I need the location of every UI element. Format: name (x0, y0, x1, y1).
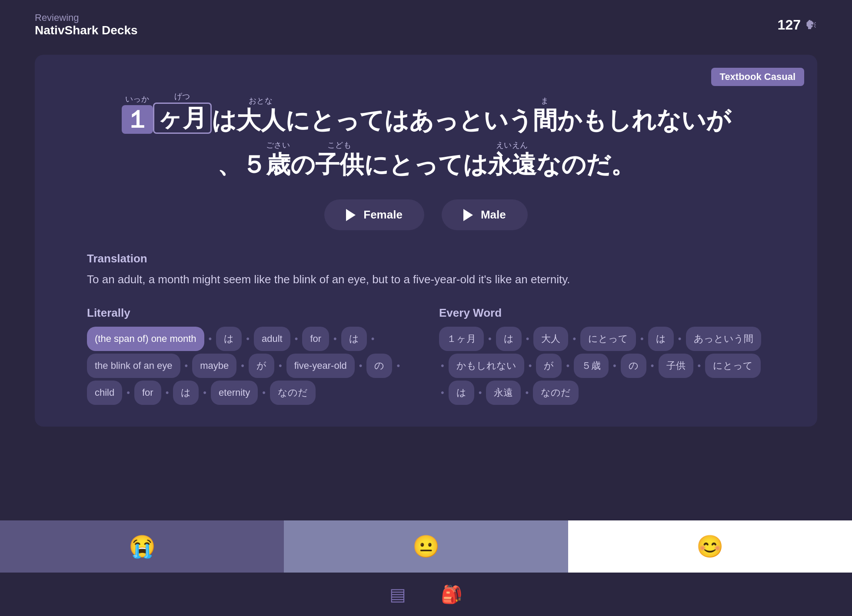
kanji-otona: 大人 (236, 107, 285, 134)
ew-dot6: • (439, 356, 446, 375)
streak-icon: 🗣 (805, 18, 817, 32)
every-word-col: Every Word １ヶ月 • は • 大人 • にとって • は • あっと… (439, 306, 765, 405)
ew-nitotte2: にとって (705, 354, 761, 378)
chip-ga1: が (249, 354, 274, 378)
kanji-5: ５ (242, 151, 266, 178)
ew-dot13: • (477, 383, 484, 402)
reviewing-label: Reviewing (35, 12, 138, 23)
dot6: • (183, 356, 190, 375)
translation-section: Translation To an adult, a month might s… (61, 239, 791, 298)
kanji-nanoda: なのだ。 (536, 151, 635, 178)
header-left: Reviewing NativShark Decks (35, 12, 138, 37)
play-icon-female (346, 209, 356, 221)
ew-nanoda: なのだ (533, 381, 579, 405)
streak-count: 127 (778, 17, 801, 33)
ew-ha1: は (496, 327, 522, 351)
ew-otona: 大人 (533, 327, 568, 351)
translation-title: Translation (87, 252, 765, 265)
female-audio-button[interactable]: Female (324, 199, 424, 230)
dot13: • (201, 383, 208, 402)
dot7: • (239, 356, 246, 375)
dot11: • (125, 383, 132, 402)
ew-dot4: • (639, 329, 646, 348)
word-no: の (290, 138, 315, 178)
ew-dot10: • (649, 356, 656, 375)
ew-nitotte1: にとって (580, 327, 636, 351)
word-sai: ごさい 歳 (266, 138, 290, 178)
study-icon[interactable]: 🎒 (441, 584, 463, 605)
decks-icon[interactable]: ▤ (389, 584, 406, 604)
hard-emoji: 😭 (129, 534, 156, 559)
sentence-line2: 、 ５ ごさい 歳 の こども (87, 138, 765, 178)
every-word-chips: １ヶ月 • は • 大人 • にとって • は • あっという間 • かもしれな… (439, 327, 765, 405)
word-nitotte1: にとっては (285, 94, 409, 134)
kanji-comma: 、 (217, 151, 242, 178)
kanji-ma: 間 (533, 107, 557, 134)
header-right: 127 🗣 (778, 17, 817, 33)
word-attoiu: あっという (409, 94, 533, 134)
translation-text: To an adult, a month might seem like the… (87, 271, 765, 289)
word-eien: えいえん 永遠 (488, 138, 536, 178)
word-gekku: げつ ヶ月 (153, 89, 212, 134)
ew-dot7: • (527, 356, 534, 375)
ew-dot12: • (439, 383, 446, 402)
word-comma: 、 (217, 138, 242, 178)
dot14: • (260, 383, 267, 402)
dot9: • (357, 356, 364, 375)
word-nitotte2: にとっては (364, 138, 488, 178)
dot5: • (369, 329, 376, 348)
sentence-line1: いっか １ げつ ヶ月 は おとな 大人 (87, 89, 765, 134)
ew-dot1: • (486, 329, 493, 348)
ew-dot8: • (564, 356, 571, 375)
word-kodomo: こども 子供 (315, 138, 364, 178)
kanji-1: １ (122, 105, 153, 134)
header: Reviewing NativShark Decks 127 🗣 (0, 0, 852, 46)
ew-eien: 永遠 (486, 381, 521, 405)
furigana-otona: おとな (249, 94, 273, 106)
easy-emoji: 😊 (696, 534, 723, 559)
ew-ga: が (536, 354, 562, 378)
ew-dot14: • (523, 383, 530, 402)
dot3: • (293, 329, 300, 348)
chip-blink: the blink of an eye (87, 354, 180, 378)
chip-ha2-lit: は (341, 327, 367, 351)
ew-dot5: • (676, 329, 683, 348)
deck-name: NativShark Decks (35, 23, 138, 37)
kanji-sai: 歳 (266, 151, 290, 178)
kanji-nitotte2: にとっては (364, 151, 488, 178)
chip-adult: adult (254, 327, 290, 351)
male-label: Male (481, 208, 506, 222)
furigana-eien: えいえん (496, 138, 528, 150)
kanji-nitotte1: にとっては (285, 107, 409, 134)
male-audio-button[interactable]: Male (442, 199, 528, 230)
word-nanoda: なのだ。 (536, 138, 635, 178)
chip-maybe: maybe (192, 354, 236, 378)
chip-for1: for (302, 327, 329, 351)
ew-1kkagetsu: １ヶ月 (439, 327, 484, 351)
flashcard: Textbook Casual いっか １ げつ ヶ月 は (35, 55, 817, 427)
furigana-ma: ま (541, 94, 549, 106)
chip-eternity: eternity (211, 381, 258, 405)
chip-five-year-old: five-year-old (286, 354, 355, 378)
word-kamoshirenai: かもしれないが (557, 94, 731, 134)
main-content: Textbook Casual いっか １ げつ ヶ月 は (0, 46, 852, 520)
word-sections: Literally (the span of) one month • は • … (61, 298, 791, 418)
kanji-eien: 永遠 (488, 151, 536, 178)
chip-child: child (87, 381, 122, 405)
word-ha1: は (212, 94, 236, 134)
ew-no: の (621, 354, 646, 378)
word-1: いっか １ (122, 92, 153, 134)
ok-button[interactable]: 😐 (284, 520, 568, 573)
word-5: ５ (242, 138, 266, 178)
tag-badge: Textbook Casual (711, 68, 804, 86)
easy-button[interactable]: 😊 (568, 520, 852, 573)
bottom-bar: 😭 😐 😊 (0, 520, 852, 573)
dot10: • (395, 356, 402, 375)
hard-button[interactable]: 😭 (0, 520, 284, 573)
literally-title: Literally (87, 306, 413, 320)
ew-dot3: • (571, 329, 578, 348)
dot12: • (164, 383, 171, 402)
kanji-ha1: は (212, 107, 236, 134)
footer-nav: ▤ 🎒 (0, 573, 852, 616)
ew-dot9: • (611, 356, 618, 375)
